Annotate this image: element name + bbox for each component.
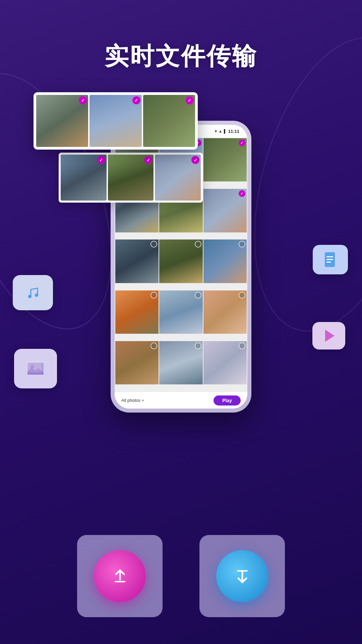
page-title: 实时文件传输 — [0, 40, 362, 72]
video-icon-card[interactable] — [312, 322, 345, 350]
check-empty — [195, 342, 201, 349]
status-time: 11:11 — [228, 129, 239, 134]
check-badge: ✓ — [97, 156, 105, 164]
svg-point-0 — [28, 295, 32, 298]
svg-rect-8 — [27, 361, 42, 373]
grid-photo-7[interactable] — [115, 239, 159, 283]
download-arrow-icon — [232, 566, 252, 586]
upload-circle[interactable] — [94, 550, 146, 602]
grid-photo-9[interactable] — [203, 239, 247, 283]
grid-photo-3[interactable]: ✓ — [203, 138, 247, 181]
svg-rect-5 — [326, 262, 331, 263]
photo-cell-selected[interactable]: ✓ — [143, 95, 195, 147]
svg-rect-4 — [326, 259, 333, 260]
signal-icon: ▲ — [219, 129, 222, 133]
grid-photo-13[interactable] — [115, 341, 159, 384]
transfer-section — [77, 535, 285, 617]
svg-point-1 — [35, 293, 38, 297]
doc-file-icon — [323, 252, 338, 268]
grid-photo-14[interactable] — [159, 341, 202, 384]
grid-photo-10[interactable] — [115, 290, 159, 334]
grid-photo-11[interactable] — [159, 290, 202, 334]
all-photos-text: All photos — [121, 398, 140, 403]
check-empty — [239, 292, 245, 299]
check-empty — [195, 292, 201, 299]
chevron-down-icon: ▾ — [142, 398, 144, 402]
upload-card[interactable] — [77, 535, 163, 617]
selected-photos-panel-top: ✓ ✓ ✓ — [34, 92, 198, 150]
photo-cell-selected[interactable]: ✓ — [36, 95, 88, 147]
grid-photo-15[interactable] — [203, 341, 247, 384]
photo-cell-selected[interactable]: ✓ — [155, 155, 201, 201]
photo-cell-selected[interactable]: ✓ — [61, 155, 107, 201]
check-filled: ✓ — [239, 140, 245, 146]
check-empty — [195, 241, 201, 248]
all-photos-selector[interactable]: All photos ▾ — [121, 398, 144, 403]
grid-photo-8[interactable] — [159, 239, 202, 283]
photo-cell-selected[interactable]: ✓ — [108, 155, 154, 201]
check-empty — [150, 292, 157, 299]
svg-rect-3 — [326, 256, 333, 257]
check-badge: ✓ — [186, 96, 194, 104]
play-button[interactable]: Play — [214, 395, 241, 406]
document-icon-card[interactable] — [313, 245, 348, 274]
image-gallery-icon — [26, 360, 45, 377]
battery-icon: ▌ — [224, 129, 227, 133]
check-empty — [150, 342, 157, 349]
wifi-icon: ▾ — [215, 129, 217, 133]
download-card[interactable] — [199, 535, 285, 617]
selected-photos-panel-mid: ✓ ✓ ✓ — [59, 153, 203, 203]
photo-cell-selected[interactable]: ✓ — [89, 95, 141, 147]
grid-photo-6[interactable]: ✓ — [203, 189, 247, 232]
check-badge: ✓ — [132, 96, 140, 104]
phone-footer: All photos ▾ Play — [115, 392, 247, 409]
upload-arrow-icon — [110, 566, 130, 586]
music-note-icon — [24, 284, 42, 302]
grid-photo-12[interactable] — [203, 290, 247, 334]
check-badge: ✓ — [191, 156, 199, 164]
music-icon-card[interactable] — [13, 275, 53, 310]
play-triangle-icon — [325, 330, 335, 342]
download-circle[interactable] — [216, 550, 268, 602]
check-empty — [239, 342, 245, 349]
status-right: ▾ ▲ ▌ 11:11 — [215, 129, 239, 134]
image-icon-card[interactable] — [14, 349, 57, 388]
